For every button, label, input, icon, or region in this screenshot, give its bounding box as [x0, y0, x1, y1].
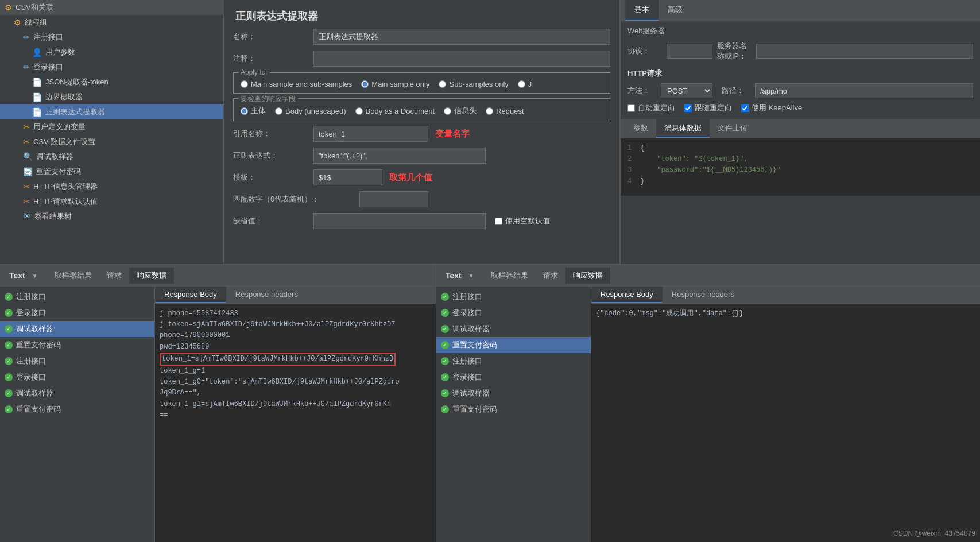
radio-doc[interactable]: Body as a Document: [355, 107, 435, 115]
method-select[interactable]: POST GET: [661, 83, 712, 98]
bl-item-5[interactable]: ✓ 登录接口: [0, 369, 154, 385]
name-input[interactable]: [313, 29, 610, 45]
tree-item-register[interactable]: ✏ 注册接口: [0, 30, 223, 45]
bl-item-2[interactable]: ✓ 调试取样器: [0, 321, 154, 337]
note-input[interactable]: [313, 51, 610, 67]
tree-item-login[interactable]: ✏ 登录接口: [0, 60, 223, 75]
keepalive-text: 使用 KeepAlive: [752, 103, 802, 113]
radio-main-sample[interactable]: Main sample only: [361, 80, 429, 88]
template-input[interactable]: [313, 169, 382, 185]
resp-line-3: pwd=12345689: [160, 342, 431, 353]
protocol-label: 协议：: [627, 46, 662, 56]
tree-item-result[interactable]: 👁 察看结果树: [0, 209, 223, 224]
bl-item-1[interactable]: ✓ 登录接口: [0, 305, 154, 321]
radio-header[interactable]: 信息头: [444, 106, 477, 116]
tree-item-user-vars[interactable]: ✂ 用户定义的变量: [0, 119, 223, 134]
tree-item-reset-pwd[interactable]: 🔄 重置支付密码: [0, 164, 223, 179]
regex-row: 正则表达式：: [233, 148, 610, 164]
ref-name-input[interactable]: [313, 126, 428, 142]
follow-redirect-label[interactable]: 跟随重定向: [684, 103, 732, 113]
bottom-right-content: ✓ 注册接口 ✓ 登录接口 ✓ 调试取样器 ✓ 重置支付密码 ✓ 注册接口 ✓ …: [436, 287, 980, 542]
bl-item-6[interactable]: ✓ 调试取样器: [0, 385, 154, 401]
br-item-3[interactable]: ✓ 重置支付密码: [436, 337, 591, 353]
tab-basic[interactable]: 基本: [625, 0, 659, 21]
bl-item-label-5: 登录接口: [16, 372, 46, 382]
path-input[interactable]: [755, 83, 973, 98]
status-dot: ✓: [441, 293, 449, 301]
tree-item-label: 正则表达式提取器: [45, 107, 105, 117]
bl-item-0[interactable]: ✓ 注册接口: [0, 289, 154, 305]
bl-tab-response[interactable]: 响应数据: [129, 268, 174, 284]
br-resp-tab-headers[interactable]: Response headers: [663, 287, 743, 303]
br-item-5[interactable]: ✓ 登录接口: [436, 369, 591, 385]
br-resp-tab-body[interactable]: Response Body: [591, 287, 663, 303]
use-default-label: 使用空默认值: [505, 216, 550, 226]
br-tab-sampler[interactable]: 取样器结果: [483, 268, 536, 284]
tree-item-regex[interactable]: 📄 正则表达式提取器: [0, 104, 223, 119]
tree-item-csv[interactable]: ⚙ CSV和关联: [0, 0, 223, 15]
resp-line-2: phone=17900000001: [160, 330, 431, 341]
status-dot: ✓: [441, 341, 449, 349]
tree-item-user-params[interactable]: 👤 用户参数: [0, 45, 223, 60]
bl-item-label-4: 注册接口: [16, 356, 46, 366]
radio-j[interactable]: J: [518, 80, 532, 88]
tab-advanced[interactable]: 高级: [659, 0, 692, 21]
server-input[interactable]: [756, 44, 973, 59]
bl-resp-tab-body[interactable]: Response Body: [155, 287, 226, 303]
br-tab-response[interactable]: 响应数据: [565, 268, 610, 284]
br-tab-request[interactable]: 请求: [536, 268, 565, 284]
br-item-0[interactable]: ✓ 注册接口: [436, 289, 591, 305]
use-default-checkbox-label[interactable]: 使用空默认值: [495, 216, 550, 226]
radio-body[interactable]: 主体: [241, 106, 266, 116]
radio-all-samples[interactable]: Main sample and sub-samples: [241, 80, 352, 88]
options-row: 自动重定向 跟随重定向 使用 KeepAlive: [621, 100, 980, 115]
regex-form-panel: 正则表达式提取器 名称： 注释： Apply to: Main sample a…: [224, 0, 620, 264]
radio-unescaped[interactable]: Body (unescaped): [275, 107, 346, 115]
regex-input[interactable]: [313, 148, 486, 164]
resp-line-6: Jq9BrA==",: [160, 388, 431, 398]
follow-redirect-text: 跟随重定向: [695, 103, 732, 113]
dropdown-arrow-icon-right[interactable]: ▼: [468, 273, 474, 279]
method-label: 方法：: [627, 86, 656, 96]
default-input[interactable]: [313, 213, 486, 229]
protocol-input[interactable]: [667, 44, 712, 59]
subtab-params[interactable]: 参数: [625, 119, 656, 138]
tree-item-json-extractor[interactable]: 📄 JSON提取器-token: [0, 75, 223, 90]
bl-item-label-0: 注册接口: [16, 292, 46, 302]
br-item-6[interactable]: ✓ 调试取样器: [436, 385, 591, 401]
radio-sub-samples[interactable]: Sub-samples only: [439, 80, 508, 88]
bl-tab-request[interactable]: 请求: [99, 268, 129, 284]
bottom-right-panel: Text ▼ 取样器结果 请求 响应数据 ✓ 注册接口 ✓ 登录接口 ✓ 调试取…: [436, 264, 980, 542]
tree-item-csv-settings[interactable]: ✂ CSV 数据文件设置: [0, 134, 223, 149]
auto-redirect-label[interactable]: 自动重定向: [627, 103, 675, 113]
br-item-4[interactable]: ✓ 注册接口: [436, 353, 591, 369]
br-item-1[interactable]: ✓ 登录接口: [436, 305, 591, 321]
bl-item-3[interactable]: ✓ 重置支付密码: [0, 337, 154, 353]
status-dot: ✓: [5, 325, 13, 333]
tree-item-http-header[interactable]: ✂ HTTP信息头管理器: [0, 179, 223, 194]
br-item-7[interactable]: ✓ 重置支付密码: [436, 401, 591, 417]
form-title: 正则表达式提取器: [224, 0, 619, 29]
auto-redirect-text: 自动重定向: [638, 103, 675, 113]
tree-item-boundary[interactable]: 📄 边界提取器: [0, 90, 223, 104]
bl-resp-tab-headers[interactable]: Response headers: [226, 287, 307, 303]
name-row: 名称：: [233, 29, 610, 45]
keepalive-label[interactable]: 使用 KeepAlive: [741, 103, 802, 113]
radio-request[interactable]: Request: [486, 107, 524, 115]
tree-item-http-auth[interactable]: ✂ HTTP请求默认认值: [0, 194, 223, 209]
tree-item-debug[interactable]: 🔍 调试取样器: [0, 149, 223, 164]
subtab-files[interactable]: 文件上传: [710, 119, 756, 138]
tree-item-label: 边界提取器: [45, 92, 83, 102]
resp-line-1: j_token=sjAmTIw6BXID/j9taWJMrkHkb++J0/al…: [160, 319, 431, 330]
bl-item-4[interactable]: ✓ 注册接口: [0, 353, 154, 369]
br-item-2[interactable]: ✓ 调试取样器: [436, 321, 591, 337]
tree-item-thread[interactable]: ⚙ 线程组: [0, 15, 223, 30]
bl-item-7[interactable]: ✓ 重置支付密码: [0, 401, 154, 417]
dropdown-arrow-icon[interactable]: ▼: [32, 273, 38, 279]
match-num-input[interactable]: [359, 191, 428, 207]
subtab-body[interactable]: 消息体数据: [656, 119, 710, 138]
subtabs: 参数 消息体数据 文件上传: [621, 119, 980, 138]
bl-tab-sampler[interactable]: 取样器结果: [47, 268, 99, 284]
bl-item-label-7: 重置支付密码: [16, 404, 61, 415]
bl-response-body: j_phone=15587412483 j_token=sjAmTIw6BXID…: [155, 304, 436, 542]
